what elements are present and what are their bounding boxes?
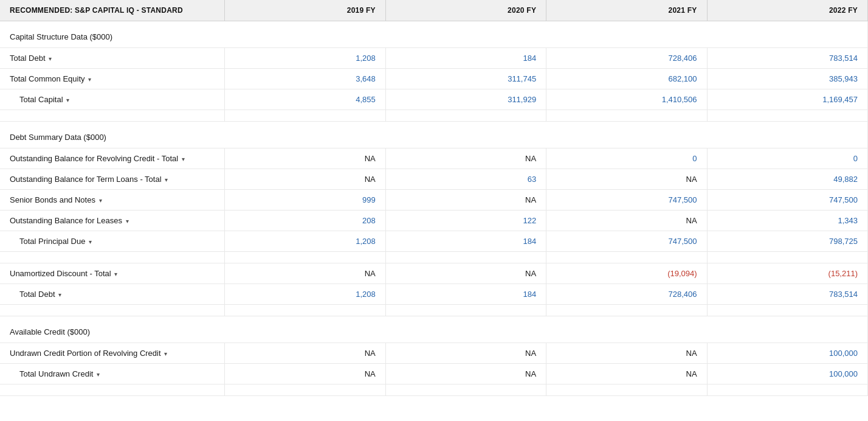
row-value[interactable]: 49,882	[707, 169, 867, 190]
header-2021: 2021 FY	[546, 0, 707, 21]
row-value[interactable]: NA	[546, 169, 707, 190]
row-value[interactable]: NA	[385, 190, 546, 211]
row-label-text: Outstanding Balance for Term Loans - Tot…	[10, 175, 162, 184]
row-value[interactable]: 783,514	[707, 284, 867, 305]
row-label-text: Total Debt	[19, 290, 55, 299]
dropdown-arrow-icon[interactable]: ▾	[163, 350, 168, 357]
dropdown-arrow-icon[interactable]: ▾	[164, 176, 168, 183]
row-value[interactable]: 208	[225, 211, 385, 231]
spacer-cell	[385, 384, 546, 396]
spacer-cell	[385, 252, 546, 263]
dropdown-arrow-icon[interactable]: ▾	[180, 156, 185, 162]
row-label-text: Undrawn Credit Portion of Revolving Cred…	[10, 349, 161, 358]
dropdown-arrow-icon[interactable]: ▾	[95, 371, 100, 378]
row-value[interactable]: 184	[385, 231, 546, 252]
row-label: Total Debt ▾	[0, 284, 225, 305]
row-value[interactable]: NA	[385, 148, 546, 169]
spacer-cell	[546, 110, 707, 122]
row-value[interactable]: 3,648	[225, 69, 385, 89]
row-value[interactable]: NA	[385, 343, 546, 364]
row-value[interactable]: NA	[385, 364, 546, 384]
spacer-cell	[0, 252, 225, 263]
row-value[interactable]: 1,410,506	[546, 89, 707, 110]
spacer-cell	[225, 384, 385, 396]
row-value[interactable]: 747,500	[546, 231, 707, 252]
spacer-cell	[707, 252, 867, 263]
row-value[interactable]: 728,406	[546, 284, 707, 305]
section-header-label: Capital Structure Data ($000)	[0, 21, 868, 48]
section-header-label: Available Credit ($000)	[0, 316, 868, 343]
row-label: Outstanding Balance for Revolving Credit…	[0, 148, 225, 169]
row-value[interactable]: 122	[385, 211, 546, 231]
dropdown-arrow-icon[interactable]: ▾	[97, 197, 102, 204]
row-value[interactable]: 1,208	[225, 284, 385, 305]
row-value[interactable]: NA	[385, 263, 546, 284]
row-value[interactable]: 0	[546, 148, 707, 169]
row-value[interactable]: 311,745	[385, 69, 546, 89]
row-value[interactable]: 184	[385, 48, 546, 69]
row-label: Outstanding Balance for Leases ▾	[0, 211, 225, 231]
row-label-text: Total Debt	[10, 54, 46, 63]
dropdown-arrow-icon[interactable]: ▾	[57, 291, 62, 298]
dropdown-arrow-icon[interactable]: ▾	[87, 238, 92, 245]
table-row: Total Principal Due ▾1,208184747,500798,…	[0, 231, 868, 252]
row-value[interactable]: 385,943	[707, 69, 867, 89]
row-label: Outstanding Balance for Term Loans - Tot…	[0, 169, 225, 190]
row-value[interactable]: 184	[385, 284, 546, 305]
spacer-cell	[707, 305, 867, 316]
dropdown-arrow-icon[interactable]: ▾	[113, 271, 118, 277]
row-value[interactable]: NA	[546, 364, 707, 384]
spacer-cell	[707, 384, 867, 396]
row-value[interactable]: 747,500	[546, 190, 707, 211]
row-value[interactable]: NA	[546, 211, 707, 231]
row-value[interactable]: NA	[225, 169, 385, 190]
row-value[interactable]: 63	[385, 169, 546, 190]
row-value[interactable]: NA	[546, 343, 707, 364]
table-row: Outstanding Balance for Term Loans - Tot…	[0, 169, 868, 190]
spacer-cell	[0, 305, 225, 316]
spacer-cell	[546, 305, 707, 316]
row-value[interactable]: NA	[225, 364, 385, 384]
spacer-cell	[225, 110, 385, 122]
row-value[interactable]: NA	[225, 343, 385, 364]
row-value[interactable]: 100,000	[707, 364, 867, 384]
dropdown-arrow-icon[interactable]: ▾	[65, 97, 70, 103]
row-value[interactable]: 783,514	[707, 48, 867, 69]
row-value[interactable]: 4,855	[225, 89, 385, 110]
row-value[interactable]: NA	[225, 148, 385, 169]
row-value[interactable]: 999	[225, 190, 385, 211]
spacer-cell	[0, 110, 225, 122]
row-value[interactable]: 1,208	[225, 48, 385, 69]
row-value[interactable]: (19,094)	[546, 263, 707, 284]
row-label-text: Outstanding Balance for Revolving Credit…	[10, 154, 178, 163]
row-label: Unamortized Discount - Total ▾	[0, 263, 225, 284]
row-value[interactable]: 311,929	[385, 89, 546, 110]
spacer-cell	[385, 110, 546, 122]
row-label-text: Total Principal Due	[19, 237, 85, 246]
row-value[interactable]: 798,725	[707, 231, 867, 252]
section-header-label: Debt Summary Data ($000)	[0, 122, 868, 148]
row-label: Total Debt ▾	[0, 48, 225, 69]
row-label-text: Total Capital	[19, 95, 63, 104]
header-label: RECOMMENDED: S&P CAPITAL IQ - STANDARD	[0, 0, 225, 21]
row-value[interactable]: 100,000	[707, 343, 867, 364]
row-value[interactable]: 747,500	[707, 190, 867, 211]
dropdown-arrow-icon[interactable]: ▾	[47, 55, 52, 62]
table-row: Total Common Equity ▾3,648311,745682,100…	[0, 69, 868, 89]
row-value[interactable]: (15,211)	[707, 263, 867, 284]
spacer-cell	[225, 252, 385, 263]
row-label: Total Principal Due ▾	[0, 231, 225, 252]
table-row: Total Capital ▾4,855311,9291,410,5061,16…	[0, 89, 868, 110]
spacer-cell	[707, 110, 867, 122]
row-value[interactable]: 1,208	[225, 231, 385, 252]
dropdown-arrow-icon[interactable]: ▾	[87, 76, 92, 83]
row-value[interactable]: 1,343	[707, 211, 867, 231]
row-value[interactable]: 1,169,457	[707, 89, 867, 110]
row-value[interactable]: 682,100	[546, 69, 707, 89]
row-label-text: Senior Bonds and Notes	[10, 195, 95, 204]
row-value[interactable]: NA	[225, 263, 385, 284]
row-value[interactable]: 728,406	[546, 48, 707, 69]
dropdown-arrow-icon[interactable]: ▾	[124, 218, 129, 224]
row-label-text: Outstanding Balance for Leases	[10, 216, 122, 225]
row-value[interactable]: 0	[707, 148, 867, 169]
